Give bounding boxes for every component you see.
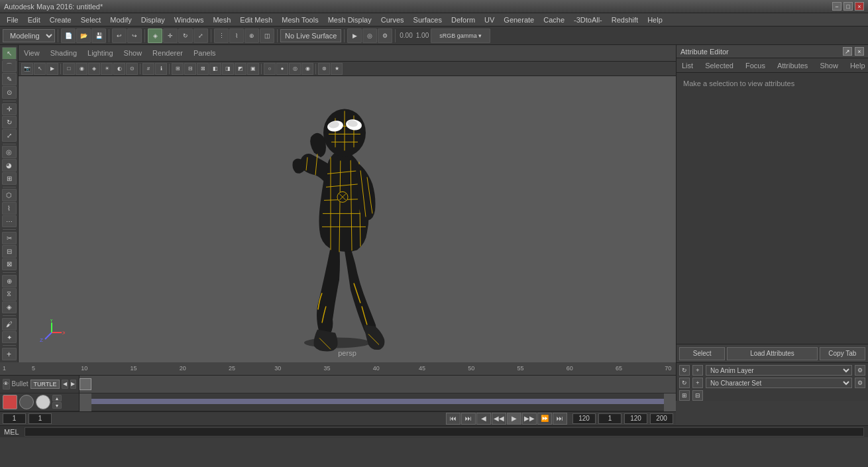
extra-icon-1[interactable]: ⊞ — [679, 390, 690, 401]
vp-hud-btn[interactable]: ℹ — [155, 63, 167, 75]
color-swatch-grey[interactable] — [19, 395, 34, 409]
menu-edit[interactable]: Edit — [24, 15, 44, 25]
step-back-btn[interactable]: ◀ — [476, 413, 491, 425]
deform-btn[interactable]: ⊞ — [2, 172, 17, 185]
menu-surfaces[interactable]: Surfaces — [409, 15, 446, 25]
prev-key-btn[interactable]: ⏭ — [461, 413, 476, 425]
vp-icon-8[interactable]: ○ — [264, 63, 276, 75]
char-set-icon[interactable]: ↻ — [679, 378, 690, 388]
snap-curve-btn[interactable]: ⌇ — [229, 28, 244, 43]
soft-mod-btn[interactable]: ◎ — [2, 146, 17, 158]
play-fwd-btn[interactable]: ▶ — [507, 413, 521, 425]
attr-panel-float-btn[interactable]: ↗ — [843, 47, 852, 56]
attr-select-btn[interactable]: Select — [679, 347, 725, 360]
vp-wireframe-btn[interactable]: □ — [63, 63, 75, 75]
new-scene-btn[interactable]: 📄 — [61, 28, 76, 43]
kf-end[interactable] — [664, 393, 676, 411]
snap-grid-btn[interactable]: ⋮ — [214, 28, 229, 43]
menu-create[interactable]: Create — [46, 15, 76, 25]
char-set-add-btn[interactable]: + — [692, 378, 703, 388]
vp-playback-btn[interactable]: ▶ — [46, 63, 58, 75]
minimize-button[interactable]: − — [832, 2, 841, 11]
ae-tab-show[interactable]: Show — [817, 60, 841, 71]
max-time-field[interactable] — [650, 413, 673, 424]
next-key-btn[interactable]: ⏩ — [537, 413, 552, 425]
extra-btn[interactable]: + — [2, 348, 17, 360]
ae-tab-help[interactable]: Help — [847, 60, 868, 71]
ae-tab-list[interactable]: List — [679, 60, 696, 71]
vp-icon-2[interactable]: ⊟ — [184, 63, 196, 75]
attr-copy-tab-btn[interactable]: Copy Tab — [820, 347, 865, 360]
play-back-btn[interactable]: ◀◀ — [492, 413, 506, 425]
multi-cut-btn[interactable]: ✂ — [2, 232, 17, 244]
redo-btn[interactable]: ↪ — [127, 28, 142, 43]
keyframe-bar-1[interactable] — [80, 376, 676, 393]
char-set-dropdown[interactable]: No Character Set — [706, 378, 852, 388]
extra-icon-2[interactable]: ⊟ — [692, 390, 703, 401]
menu-windows[interactable]: Windows — [170, 15, 208, 25]
vp-tab-renderer[interactable]: Renderer — [150, 48, 186, 58]
rotate-btn[interactable]: ↻ — [178, 28, 193, 43]
vp-texture-btn[interactable]: ◈ — [88, 63, 100, 75]
tl-prev-btn[interactable]: ◀ — [62, 380, 68, 389]
vp-icon-6[interactable]: ◩ — [235, 63, 246, 75]
go-start-btn[interactable]: ⏮ — [446, 413, 461, 425]
bridge-btn[interactable]: ⊠ — [2, 258, 17, 271]
vp-tab-lighting[interactable]: Lighting — [85, 48, 116, 58]
menu-mesh[interactable]: Mesh — [209, 15, 235, 25]
mel-input[interactable] — [25, 427, 864, 437]
undo-btn[interactable]: ↩ — [112, 28, 127, 43]
vp-icon-7[interactable]: ▣ — [247, 63, 259, 75]
rotate-tool-btn[interactable]: ↻ — [2, 116, 17, 129]
color-swatch-white[interactable] — [36, 395, 50, 409]
end-frame-display[interactable] — [572, 413, 596, 424]
vp-tab-show[interactable]: Show — [121, 48, 145, 58]
3d-viewport[interactable]: X Y Z persp — [19, 76, 676, 362]
ae-tab-attributes[interactable]: Attributes — [775, 60, 810, 71]
vp-light-btn[interactable]: ☀ — [101, 63, 113, 75]
vp-camera-btn[interactable]: 📷 — [21, 63, 33, 75]
scale-btn[interactable]: ⤢ — [193, 28, 208, 43]
menu-mesh-display[interactable]: Mesh Display — [324, 15, 376, 25]
menu-modify[interactable]: Modify — [106, 15, 135, 25]
attr-panel-close-btn[interactable]: × — [855, 47, 864, 56]
ep-curve-btn[interactable]: ⋯ — [2, 215, 17, 228]
mirror-btn[interactable]: ⧖ — [2, 288, 17, 301]
sculpt-geo-btn[interactable]: ◕ — [2, 159, 17, 172]
tl-expand-up-btn[interactable]: ▲ — [52, 395, 62, 401]
attr-load-btn[interactable]: Load Attributes — [727, 347, 818, 360]
lasso-tool-btn[interactable]: ⌒ — [2, 60, 17, 73]
gamma-dropdown[interactable]: sRGB gamma ▾ — [431, 28, 490, 43]
menu-uv[interactable]: UV — [480, 15, 498, 25]
anim-layer-icon[interactable]: ↻ — [679, 365, 690, 376]
vp-icon-10[interactable]: ◎ — [289, 63, 301, 75]
time-ruler[interactable]: 1 5 10 15 20 25 30 35 40 45 50 55 60 65 … — [0, 362, 676, 376]
keyframe-bar-2[interactable] — [80, 393, 676, 411]
select-btn[interactable]: ◈ — [148, 28, 162, 43]
kf-start[interactable] — [80, 393, 91, 411]
snap-point-btn[interactable]: ⊕ — [244, 28, 259, 43]
close-button[interactable]: × — [855, 2, 864, 11]
current-frame-field[interactable] — [28, 413, 52, 424]
vp-xray-btn[interactable]: ⊙ — [126, 63, 138, 75]
paint-effects-btn[interactable]: ✦ — [2, 331, 17, 344]
menu-redshift[interactable]: Redshift — [608, 15, 642, 25]
snap-align-btn[interactable]: ⊕ — [2, 275, 17, 287]
move-btn[interactable]: ✛ — [163, 28, 178, 43]
vp-icon-3[interactable]: ⊠ — [197, 63, 209, 75]
open-btn[interactable]: 📂 — [76, 28, 91, 43]
ae-tab-selected[interactable]: Selected — [702, 60, 736, 71]
vp-tab-view[interactable]: View — [21, 48, 42, 58]
menu-3dtoall[interactable]: -3DtoAll- — [570, 15, 606, 25]
go-end-btn[interactable]: ⏭ — [553, 413, 567, 425]
menu-select[interactable]: Select — [77, 15, 105, 25]
menu-generate[interactable]: Generate — [500, 15, 538, 25]
anim-layer-add-btn[interactable]: + — [692, 365, 703, 376]
start-frame-field[interactable] — [3, 413, 26, 424]
poly-create-btn[interactable]: ⬡ — [2, 189, 17, 201]
vp-smooth-btn[interactable]: ◉ — [76, 63, 87, 75]
menu-edit-mesh[interactable]: Edit Mesh — [236, 15, 276, 25]
menu-curves[interactable]: Curves — [377, 15, 408, 25]
vp-icon-4[interactable]: ◧ — [209, 63, 221, 75]
menu-mesh-tools[interactable]: Mesh Tools — [278, 15, 322, 25]
